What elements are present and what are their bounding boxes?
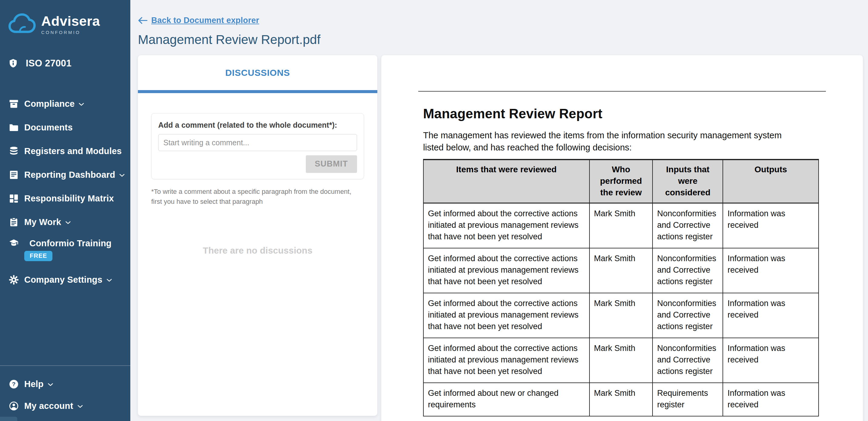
brand-name: Advisera [41,14,100,29]
sidebar-item-label: Responsibility Matrix [24,193,114,203]
standard-selector[interactable]: ISO 27001 [8,58,130,69]
table-cell: Mark Smith [589,248,653,293]
gear-icon [8,275,19,285]
table-cell: Information was received [723,338,818,383]
sidebar-nav: Compliance Documents Registers and Modul [0,92,130,291]
table-cell: Mark Smith [589,203,653,248]
sidebar-item-my-account[interactable]: My account [0,395,130,417]
database-icon [8,146,19,156]
table-header-cell: Items that were reviewed [424,160,589,203]
sidebar-item-label: My Work [24,217,61,227]
sidebar-item-label: Help [24,379,44,389]
table-cell: Information was received [723,248,818,293]
document-table[interactable]: Items that were reviewed Who performed t… [423,159,819,417]
sidebar-item-label: Conformio Training [29,238,112,248]
chevron-down-icon [65,221,71,224]
arrow-left-icon [138,17,148,24]
table-cell: Get informed about the corrective action… [424,248,589,293]
comment-footnote: *To write a comment about a specific par… [151,187,363,206]
table-cell: Nonconformities and Corrective actions r… [652,248,723,293]
comment-label: Add a comment (related to the whole docu… [158,120,357,130]
discussions-body: Add a comment (related to the whole docu… [138,113,377,256]
table-cell: Get informed about the corrective action… [424,203,589,248]
archive-icon [8,99,19,109]
sidebar-item-responsibility-matrix[interactable]: Responsibility Matrix [0,187,130,210]
table-cell: Mark Smith [589,293,653,338]
chevron-down-icon [107,279,112,282]
table-cell: Get informed about new or changed requir… [424,383,589,416]
comment-input[interactable] [158,134,357,151]
tab-discussions[interactable]: DISCUSSIONS [138,55,377,90]
chevron-down-icon [48,383,53,386]
report-icon [8,170,19,180]
table-row[interactable]: Get informed about the corrective action… [424,203,818,248]
sidebar-item-label: Reporting Dashboard [24,170,115,180]
sidebar-item-label: Company Settings [24,275,102,285]
discussions-panel: DISCUSSIONS Add a comment (related to th… [138,55,377,416]
document-title: Management Review Report [423,106,819,121]
sidebar-spacer [0,291,130,365]
table-row[interactable]: Get informed about the corrective action… [424,248,818,293]
graduation-cap-icon [8,238,19,248]
table-row[interactable]: Get informed about the corrective action… [424,293,818,338]
table-cell: Nonconformities and Corrective actions r… [652,293,723,338]
standard-label: ISO 27001 [26,58,71,69]
sidebar-item-reporting-dashboard[interactable]: Reporting Dashboard [0,163,130,187]
table-cell: Requirements register [652,383,723,416]
topbar: Back to Document explorer Management Rev… [138,16,863,47]
chevron-down-icon [119,174,125,177]
main-content: Back to Document explorer Management Rev… [130,0,868,421]
table-header-cell: Inputs that were considered [652,160,723,203]
sidebar-item-conformio-training[interactable]: Conformio Training FREE [0,234,130,264]
sidebar-item-company-settings[interactable]: Company Settings [0,268,130,291]
sidebar-footer: ? Help My account [0,365,130,421]
sidebar-item-label: Documents [24,122,73,133]
sidebar-item-label: Registers and Modules [24,146,122,156]
sidebar-item-help[interactable]: ? Help [0,373,130,395]
table-cell: Information was received [723,383,818,416]
document-content: Management Review Report The management … [381,106,863,417]
page-title: Management Review Report.pdf [138,32,863,47]
folder-icon [8,122,19,133]
document-intro-paragraph[interactable]: The management has reviewed the items fr… [423,129,802,153]
table-cell: Nonconformities and Corrective actions r… [652,203,723,248]
sidebar: Advisera CONFORMIO ISO 27001 Compliance [0,0,130,421]
brand-product: CONFORMIO [41,30,100,35]
table-row[interactable]: Get informed about new or changed requir… [424,383,818,416]
sidebar-item-registers-modules[interactable]: Registers and Modules [0,139,130,163]
submit-row: SUBMIT [158,155,357,173]
help-icon: ? [8,379,19,389]
free-badge: FREE [24,251,53,261]
table-row[interactable]: Get informed about the corrective action… [424,338,818,383]
sidebar-item-documents[interactable]: Documents [0,116,130,139]
document-viewer-panel: Management Review Report The management … [381,55,863,421]
sidebar-item-label: My account [24,401,73,411]
table-cell: Mark Smith [589,383,653,416]
sidebar-item-label: Compliance [24,99,74,109]
back-link-label: Back to Document explorer [151,16,259,25]
document-page-divider [418,91,826,92]
svg-text:?: ? [12,381,16,387]
clipboard-icon [8,217,19,227]
shield-icon [8,58,18,69]
table-cell: Nonconformities and Corrective actions r… [652,338,723,383]
table-cell: Get informed about the corrective action… [424,293,589,338]
chevron-down-icon [78,405,83,408]
table-cell: Get informed about the corrective action… [424,338,589,383]
sidebar-bottom-accent [0,417,17,421]
submit-button[interactable]: SUBMIT [306,155,357,173]
back-to-document-explorer-link[interactable]: Back to Document explorer [138,16,259,25]
panels-row: DISCUSSIONS Add a comment (related to th… [138,55,863,421]
active-tab-underline [138,90,377,93]
grid-icon [8,194,19,203]
sidebar-item-compliance[interactable]: Compliance [0,92,130,116]
table-cell: Information was received [723,293,818,338]
table-header-row: Items that were reviewed Who performed t… [424,160,818,203]
cloud-logo-icon [8,11,38,36]
sidebar-item-my-work[interactable]: My Work [0,210,130,234]
brand-logo[interactable]: Advisera CONFORMIO [8,11,130,36]
chevron-down-icon [79,103,84,106]
user-account-icon [8,401,19,411]
table-cell: Information was received [723,203,818,248]
no-discussions-message: There are no discussions [151,245,364,256]
